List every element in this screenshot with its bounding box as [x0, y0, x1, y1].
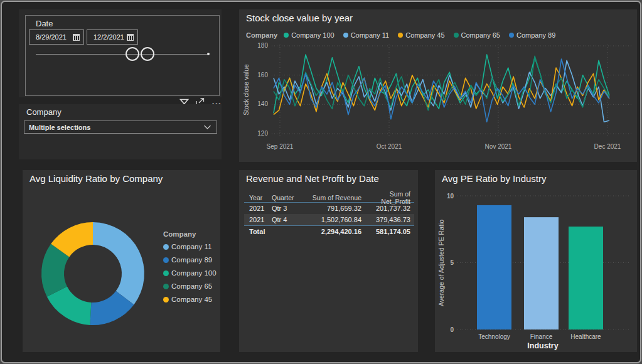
table-cell: 379,436.73: [365, 216, 414, 223]
chevron-down-icon: [203, 125, 211, 130]
donut-chart-title: Avg Liquidity Ratio by Company: [29, 173, 163, 184]
table-cell: 2021: [244, 205, 269, 212]
donut-slice-company-11[interactable]: [93, 222, 144, 304]
pe-bar-chart-panel: Avg PE Ratio by Industry 0510TechnologyF…: [435, 170, 637, 352]
donut-legend: Company Company 11Company 89Company 100C…: [163, 230, 217, 309]
y-axis-title: Average of Adjusted PE Ratio: [437, 220, 445, 306]
date-start-input[interactable]: 8/29/2021: [29, 29, 84, 45]
legend-item[interactable]: Company 45: [398, 31, 444, 39]
x-tick-label: Sep 2021: [267, 143, 294, 150]
legend-item[interactable]: Company 11: [163, 243, 217, 250]
x-tick-label: Oct 2021: [377, 143, 402, 150]
bar-finance[interactable]: [524, 217, 559, 329]
table-row[interactable]: 2021Qtr 3791,659.32201,737.32: [244, 203, 414, 214]
legend-dot: [163, 284, 169, 289]
company-slicer-panel: Company Multiple selections: [19, 104, 222, 159]
y-tick-label: 0: [450, 326, 454, 333]
line-chart-title: Stock close value by year: [246, 13, 353, 23]
legend-dot: [163, 297, 169, 302]
date-start-value: 8/29/2021: [36, 33, 73, 41]
line-series-company-100[interactable]: [274, 55, 609, 113]
y-tick-label: 10: [447, 193, 454, 200]
stock-line-chart-panel: Stock close value by year Company Compan…: [239, 9, 637, 162]
slider-handle-end[interactable]: [141, 47, 154, 61]
legend-item[interactable]: Company 100: [163, 269, 217, 277]
legend-item-label: Company 65: [171, 282, 212, 290]
x-tick-label: Dec 2021: [594, 143, 621, 150]
calendar-icon[interactable]: [73, 34, 80, 41]
x-tick-label: Finance: [530, 333, 553, 340]
table-cell: 2,294,420.16: [306, 228, 365, 235]
table-row[interactable]: 2021Qtr 41,502,760.84379,436.73: [244, 214, 414, 225]
table-cell: Sum of Net_Profit: [365, 190, 414, 205]
legend-item-label: Company 11: [351, 31, 390, 39]
legend-dot: [163, 257, 169, 263]
legend-item[interactable]: Company 65: [454, 31, 500, 39]
pe-bar-chart: 0510TechnologyFinanceHealthcareIndustryA…: [435, 188, 637, 352]
legend-dot: [284, 33, 289, 38]
dashboard-frame: Date 8/29/2021 12/2/2021: [1, 1, 641, 363]
table-cell: 201,737.32: [365, 205, 414, 212]
legend-title: Company: [163, 230, 217, 238]
table-header-row: YearQuarterSum of RevenueSum of Net_Prof…: [244, 190, 414, 203]
legend-dot: [163, 244, 169, 250]
table-cell: Total: [244, 228, 269, 235]
legend-item-label: Company 45: [405, 31, 444, 39]
legend-dot: [163, 270, 169, 276]
bar-healthcare[interactable]: [569, 227, 603, 329]
legend-item[interactable]: Company 45: [163, 296, 217, 303]
legend-dot: [398, 33, 403, 38]
slider-handle-start[interactable]: [126, 47, 139, 61]
y-tick-label: 180: [257, 42, 268, 49]
calendar-icon[interactable]: [127, 34, 134, 41]
x-tick-label: Nov 2021: [485, 143, 512, 150]
date-slicer: Date 8/29/2021 12/2/2021: [25, 15, 220, 96]
table-cell: Qtr 4: [269, 216, 306, 223]
y-axis-title: Stock close value: [242, 64, 250, 115]
x-tick-label: Technology: [478, 333, 510, 340]
bar-technology[interactable]: [477, 205, 511, 329]
revenue-table: YearQuarterSum of RevenueSum of Net_Prof…: [244, 190, 414, 237]
table-cell: 581,174.05: [365, 228, 414, 235]
legend-dot: [343, 33, 348, 38]
y-tick-label: 160: [257, 72, 268, 78]
x-tick-label: Healthcare: [570, 333, 601, 340]
date-slicer-panel: Date 8/29/2021 12/2/2021: [19, 9, 222, 97]
liquidity-donut-panel: Avg Liquidity Ratio by Company Company C…: [23, 170, 220, 352]
table-total-row[interactable]: Total2,294,420.16581,174.05: [244, 225, 414, 237]
date-slicer-title: Date: [36, 19, 53, 28]
legend-item-label: Company 89: [516, 31, 555, 39]
date-end-value: 12/2/2021: [94, 33, 127, 41]
legend-item-label: Company 65: [461, 31, 500, 39]
table-cell: Quarter: [269, 194, 306, 201]
legend-item-label: Company 89: [171, 256, 212, 264]
legend-dot: [509, 33, 514, 38]
legend-item-label: Company 100: [291, 31, 334, 39]
company-dropdown[interactable]: Multiple selections: [24, 120, 217, 134]
slider-end-dot: [207, 53, 210, 55]
table-cell: Qtr 3: [269, 205, 306, 212]
y-tick-label: 120: [257, 130, 268, 137]
y-tick-label: 140: [257, 100, 268, 107]
table-cell: 791,659.32: [306, 205, 365, 212]
legend-item[interactable]: Company 65: [163, 282, 217, 290]
legend-item-label: Company 11: [171, 243, 211, 250]
slider-track[interactable]: [36, 54, 209, 55]
table-cell: Sum of Revenue: [306, 194, 365, 201]
revenue-table-panel: Revenue and Net Profit by Date YearQuart…: [239, 170, 418, 352]
legend-item[interactable]: Company 89: [163, 256, 217, 264]
company-slicer-title: Company: [26, 107, 62, 117]
table-cell: 2021: [244, 216, 269, 223]
legend-item-label: Company 45: [171, 296, 212, 303]
line-series-company-65[interactable]: [274, 56, 609, 110]
bar-chart-title: Avg PE Ratio by Industry: [442, 173, 546, 184]
table-title: Revenue and Net Profit by Date: [246, 173, 379, 184]
legend-item[interactable]: Company 89: [509, 31, 555, 39]
date-range-slider[interactable]: [26, 47, 220, 66]
table-cell: Year: [244, 194, 269, 201]
legend-title: Company: [246, 31, 277, 39]
company-dropdown-value: Multiple selections: [29, 124, 203, 131]
date-end-input[interactable]: 12/2/2021: [87, 29, 138, 45]
legend-item[interactable]: Company 100: [284, 31, 334, 39]
legend-item[interactable]: Company 11: [343, 31, 390, 39]
